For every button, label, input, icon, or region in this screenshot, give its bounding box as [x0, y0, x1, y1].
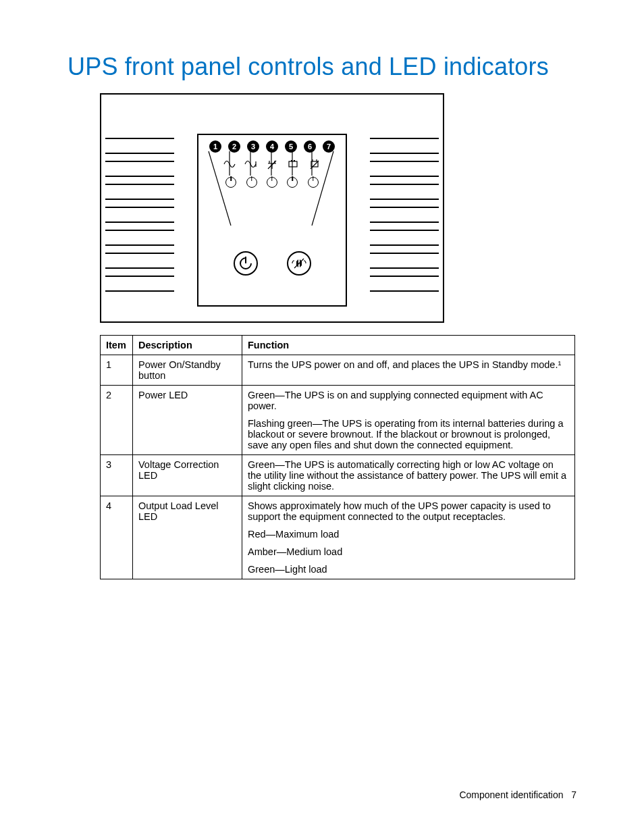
cell-item: 1 [101, 355, 133, 386]
callout-row: 1 2 3 4 5 6 7 [198, 140, 346, 153]
rack-slot [370, 253, 439, 269]
col-item: Item [101, 336, 133, 355]
cell-func: Green—The UPS is on and supplying connec… [242, 386, 575, 455]
rack-slot [370, 230, 439, 246]
cell-desc: Power On/Standby button [133, 355, 242, 386]
rack-slot [105, 207, 174, 223]
callout-2: 2 [228, 140, 240, 153]
speaker-mute-icon [291, 257, 307, 270]
svg-rect-10 [291, 160, 292, 161]
cell-item: 4 [101, 496, 133, 579]
col-description: Description [133, 336, 242, 355]
control-panel: 1 2 3 4 5 6 7 [197, 134, 347, 307]
rack-area: 1 2 3 4 5 6 7 [101, 138, 443, 298]
controls-table: Item Description Function 1 Power On/Sta… [100, 335, 575, 579]
rack-slot [105, 138, 174, 154]
footer-page-number: 7 [571, 789, 576, 800]
table-row: 3 Voltage Correction LED Green—The UPS i… [101, 455, 575, 496]
callout-3: 3 [247, 140, 259, 153]
power-icon [308, 177, 319, 188]
rack-slot [370, 207, 439, 223]
front-panel-diagram: 1 2 3 4 5 6 7 [100, 93, 444, 323]
sine-icon [222, 159, 237, 170]
cell-item: 3 [101, 455, 133, 496]
alarm-silence-icon [287, 251, 311, 276]
cell-desc: Power LED [133, 386, 242, 455]
rack-slots-right [365, 138, 444, 298]
cell-func: Turns the UPS power on and off, and plac… [242, 355, 575, 386]
rack-slot [370, 184, 439, 200]
cell-item: 2 [101, 386, 133, 455]
callout-5: 5 [285, 140, 297, 153]
power-icon [246, 177, 257, 188]
callout-6: 6 [304, 140, 316, 153]
page-footer: Component identification 7 [459, 789, 576, 800]
table-row: 1 Power On/Standby button Turns the UPS … [101, 355, 575, 386]
cell-func: Green—The UPS is automatically correctin… [242, 455, 575, 496]
small-power-row [198, 177, 346, 188]
callout-1: 1 [209, 140, 221, 153]
plug-icon [307, 159, 322, 170]
page-heading: UPS front panel controls and LED indicat… [68, 53, 576, 81]
power-icon [287, 177, 298, 188]
rack-slot [370, 161, 439, 177]
callout-4: 4 [266, 140, 278, 153]
col-function: Function [242, 336, 575, 355]
rack-slot [370, 276, 439, 292]
table-body: 1 Power On/Standby button Turns the UPS … [101, 355, 575, 579]
cell-desc: Voltage Correction LED [133, 455, 242, 496]
sine-break-icon [244, 159, 259, 170]
rack-slot [105, 230, 174, 246]
cell-func: Shows approximately how much of the UPS … [242, 496, 575, 579]
table-header-row: Item Description Function [101, 336, 575, 355]
rack-slot [105, 161, 174, 177]
rack-slot [105, 253, 174, 269]
power-icon [225, 177, 236, 188]
power-icon [267, 177, 277, 188]
svg-rect-9 [289, 161, 297, 167]
rack-slot [370, 138, 439, 154]
svg-line-15 [311, 161, 319, 169]
table-row: 4 Output Load Level LED Shows approximat… [101, 496, 575, 579]
rack-slot [105, 276, 174, 292]
battery-icon [286, 159, 300, 170]
callout-7: 7 [323, 140, 335, 153]
power-button-icon [234, 251, 258, 276]
document-page: UPS front panel controls and LED indicat… [0, 0, 644, 834]
indicator-icon-row [198, 159, 346, 170]
button-row [198, 251, 346, 276]
plug-strike-icon [265, 159, 279, 170]
rack-slots-left [100, 138, 180, 298]
cell-desc: Output Load Level LED [133, 496, 242, 579]
footer-section: Component identification [459, 789, 563, 800]
table-row: 2 Power LED Green—The UPS is on and supp… [101, 386, 575, 455]
svg-line-16 [294, 259, 304, 268]
svg-rect-11 [294, 160, 295, 161]
rack-slot [105, 184, 174, 200]
